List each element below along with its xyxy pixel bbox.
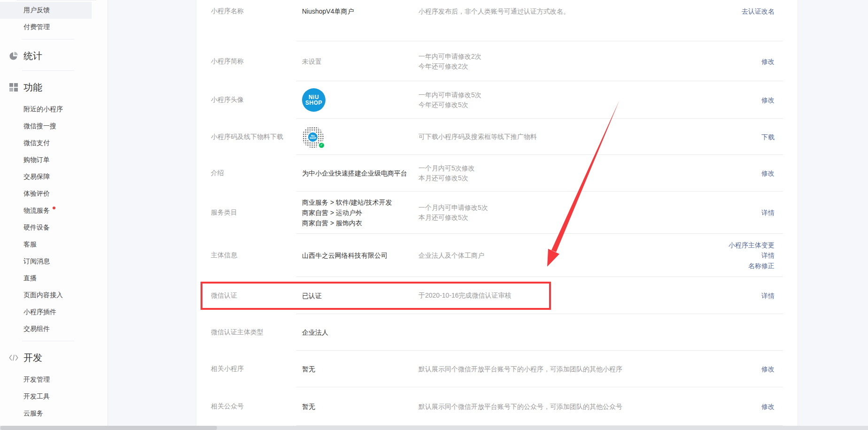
sidebar-item[interactable]: 开发工具 bbox=[0, 388, 108, 405]
sidebar-item-label: 订阅消息 bbox=[23, 257, 50, 266]
row-value: 为中小企业快速搭建企业级电商平台 bbox=[302, 155, 418, 192]
row-label: 小程序名称 bbox=[211, 0, 299, 41]
sidebar-item[interactable]: 交易组件 bbox=[0, 321, 108, 338]
row-actions bbox=[671, 314, 775, 351]
action-link[interactable]: 修改 bbox=[761, 168, 775, 178]
sidebar-item[interactable]: 云服务 bbox=[0, 405, 108, 422]
sidebar-item-label: 小程序插件 bbox=[23, 308, 56, 316]
sidebar-item-label: 微信搜一搜 bbox=[23, 122, 56, 131]
sidebar-item[interactable]: 体验评价 bbox=[0, 185, 108, 202]
sidebar-nav: 用户反馈付费管理统计功能附近的小程序微信搜一搜微信支付购物订单交易保障体验评价物… bbox=[0, 2, 108, 422]
action-link[interactable]: 详情 bbox=[761, 250, 775, 261]
settings-row: 相关小程序暂无默认展示同个微信开放平台账号下的小程序，可添加团队的其他小程序修改 bbox=[196, 351, 798, 387]
row-value: 未设置 bbox=[302, 41, 418, 81]
row-actions: 修改 bbox=[671, 387, 775, 426]
avatar-text: SHOP bbox=[305, 100, 322, 106]
miniprogram-avatar: NiUSHOP bbox=[302, 88, 326, 112]
settings-row: 小程序名称NiushopV4单商户小程序发布后，非个人类账号可通过认证方式改名。… bbox=[196, 0, 798, 41]
action-link[interactable]: 详情 bbox=[761, 207, 775, 218]
row-label: 主体信息 bbox=[211, 234, 299, 277]
row-value: 企业法人 bbox=[302, 314, 418, 351]
sidebar-item-label: 硬件设备 bbox=[23, 223, 50, 232]
sidebar-item-label: 付费管理 bbox=[23, 23, 50, 31]
app-root: 用户反馈付费管理统计功能附近的小程序微信搜一搜微信支付购物订单交易保障体验评价物… bbox=[0, 0, 868, 430]
row-value: NiuSHOP✓ bbox=[302, 119, 418, 155]
action-link[interactable]: 下载 bbox=[761, 132, 775, 142]
row-actions: 去认证改名 bbox=[671, 0, 775, 41]
action-link[interactable]: 去认证改名 bbox=[742, 6, 775, 16]
sidebar-item[interactable]: 物流服务 bbox=[0, 202, 108, 219]
sidebar-item[interactable]: 页面内容接入 bbox=[0, 287, 108, 304]
sidebar-section[interactable]: 开发 bbox=[0, 346, 108, 369]
row-actions: 详情 bbox=[671, 192, 775, 234]
sidebar-item-label: 购物订单 bbox=[23, 156, 50, 164]
sidebar-item[interactable]: 订阅消息 bbox=[0, 253, 108, 270]
sidebar-item[interactable]: 附近的小程序 bbox=[0, 101, 108, 118]
row-label: 相关小程序 bbox=[211, 351, 299, 387]
sidebar-item[interactable]: 开发管理 bbox=[0, 371, 108, 388]
settings-row: 小程序简称未设置一年内可申请修改2次今年还可修改2次修改 bbox=[196, 41, 798, 81]
settings-row: 微信认证已认证于2020-10-16完成微信认证审核详情 bbox=[196, 277, 798, 314]
settings-card: 小程序名称NiushopV4单商户小程序发布后，非个人类账号可通过认证方式改名。… bbox=[196, 0, 798, 430]
sidebar-item[interactable]: 微信支付 bbox=[0, 135, 108, 152]
horizontal-scrollbar[interactable] bbox=[0, 426, 868, 430]
settings-row: 介绍为中小企业快速搭建企业级电商平台一个月内可5次修改本月还可修改5次修改 bbox=[196, 155, 798, 192]
action-link[interactable]: 修改 bbox=[761, 401, 775, 412]
row-label: 服务类目 bbox=[211, 192, 299, 234]
sidebar-item-label: 云服务 bbox=[23, 409, 43, 418]
row-value: 商业服务 > 软件/建站/技术开发商家自营 > 运动户外商家自营 > 服饰内衣 bbox=[302, 192, 418, 234]
action-link[interactable]: 名称修正 bbox=[748, 261, 775, 271]
row-actions: 下载 bbox=[671, 119, 775, 155]
red-dot-badge bbox=[53, 207, 55, 209]
sidebar-section-label: 开发 bbox=[23, 352, 42, 364]
sidebar-section-label: 统计 bbox=[23, 50, 42, 62]
sidebar-item-label: 交易保障 bbox=[23, 173, 50, 181]
row-value: 暂无 bbox=[302, 387, 418, 426]
action-link[interactable]: 详情 bbox=[761, 291, 775, 301]
settings-row: 小程序头像NiUSHOP一年内可申请修改5次今年还可修改5次修改 bbox=[196, 81, 798, 119]
sidebar-item[interactable]: 直播 bbox=[0, 270, 108, 287]
miniprogram-qrcode: NiuSHOP✓ bbox=[302, 126, 324, 148]
row-value: 暂无 bbox=[302, 351, 418, 387]
row-value: NiUSHOP bbox=[302, 81, 418, 119]
sidebar-item[interactable]: 用户反馈 bbox=[0, 2, 92, 19]
settings-row: 相关公众号暂无默认展示同个微信开放平台账号下的公众号，可添加团队的其他公众号修改 bbox=[196, 387, 798, 426]
sidebar-top-divider bbox=[16, 0, 96, 0]
sidebar-section[interactable]: 功能 bbox=[0, 76, 108, 99]
row-actions: 修改 bbox=[671, 351, 775, 387]
sidebar-item-label: 物流服务 bbox=[23, 207, 50, 215]
row-value: 已认证 bbox=[302, 277, 418, 314]
sidebar-item[interactable]: 小程序插件 bbox=[0, 304, 108, 321]
row-label: 相关公众号 bbox=[211, 387, 299, 426]
sidebar-item[interactable]: 微信搜一搜 bbox=[0, 118, 108, 135]
sidebar-item-label: 微信支付 bbox=[23, 139, 50, 147]
row-value-line: 商家自营 > 服饰内衣 bbox=[302, 218, 418, 228]
settings-row: 小程序码及线下物料下载NiuSHOP✓可下载小程序码及搜索框等线下推广物料下载 bbox=[196, 119, 798, 155]
sidebar-section[interactable]: 统计 bbox=[0, 45, 108, 67]
sidebar-item-label: 开发管理 bbox=[23, 376, 50, 384]
sidebar-item[interactable]: 交易保障 bbox=[0, 169, 108, 185]
verified-check-icon: ✓ bbox=[318, 142, 325, 149]
sidebar-item[interactable]: 硬件设备 bbox=[0, 219, 108, 236]
action-link[interactable]: 修改 bbox=[761, 364, 775, 374]
row-label: 小程序简称 bbox=[211, 41, 299, 81]
row-actions: 小程序主体变更详情名称修正 bbox=[671, 234, 775, 277]
action-link[interactable]: 小程序主体变更 bbox=[728, 240, 775, 250]
action-link[interactable]: 修改 bbox=[761, 95, 775, 105]
row-actions: 修改 bbox=[671, 81, 775, 119]
row-label: 介绍 bbox=[211, 155, 299, 192]
sidebar-item-label: 交易组件 bbox=[23, 325, 50, 333]
row-value: 山西牛之云网络科技有限公司 bbox=[302, 234, 418, 277]
action-link[interactable]: 修改 bbox=[761, 56, 775, 67]
sidebar-item[interactable]: 购物订单 bbox=[0, 152, 108, 169]
sidebar-item-label: 附近的小程序 bbox=[23, 105, 63, 114]
sidebar: 用户反馈付费管理统计功能附近的小程序微信搜一搜微信支付购物订单交易保障体验评价物… bbox=[0, 0, 108, 430]
code-icon bbox=[9, 353, 18, 362]
sidebar-item-label: 开发工具 bbox=[23, 392, 50, 401]
scrollbar-thumb[interactable] bbox=[0, 426, 217, 430]
qrcode-center-logo: NiuSHOP bbox=[307, 131, 318, 143]
row-label: 微信认证主体类型 bbox=[211, 314, 299, 351]
row-actions: 修改 bbox=[671, 41, 775, 81]
sidebar-item[interactable]: 付费管理 bbox=[0, 19, 108, 36]
sidebar-item[interactable]: 客服 bbox=[0, 236, 108, 253]
